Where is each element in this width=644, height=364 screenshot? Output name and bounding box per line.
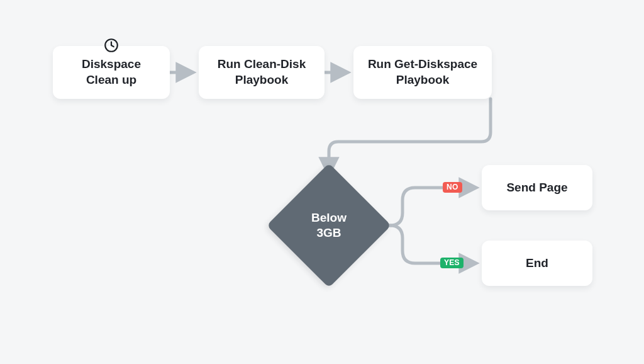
- node-end-label: End: [526, 256, 548, 271]
- node-get-diskspace-line1: Run Get-Diskspace: [368, 57, 477, 71]
- node-start-line1: Diskspace: [82, 57, 141, 71]
- node-start-line2: Clean up: [86, 73, 136, 86]
- node-send-page-label: Send Page: [506, 180, 567, 196]
- flow-diagram: Diskspace Clean up Run Clean-Disk Playbo…: [0, 0, 644, 364]
- node-send-page: Send Page: [482, 165, 592, 210]
- node-end: End: [482, 241, 592, 286]
- node-decision: Below 3GB: [285, 181, 373, 270]
- node-clean-disk-line2: Playbook: [235, 73, 288, 86]
- node-clean-disk-line1: Run Clean-Disk: [218, 57, 306, 71]
- badge-no: NO: [443, 182, 462, 193]
- node-decision-line2: 3GB: [316, 226, 341, 239]
- node-start: Diskspace Clean up: [53, 46, 170, 99]
- node-get-diskspace: Run Get-Diskspace Playbook: [353, 46, 492, 99]
- badge-yes: YES: [440, 258, 464, 268]
- clock-icon: [103, 37, 120, 54]
- node-clean-disk: Run Clean-Disk Playbook: [199, 46, 325, 99]
- node-get-diskspace-line2: Playbook: [396, 73, 449, 86]
- node-decision-line1: Below: [311, 211, 347, 224]
